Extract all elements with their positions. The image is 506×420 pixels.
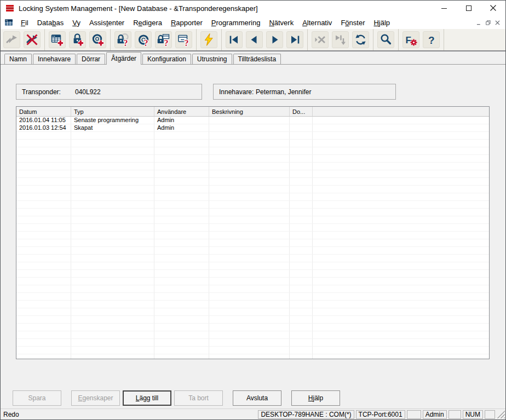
undo-step-button[interactable] [3,31,20,48]
column-header-beskrivning[interactable]: Beskrivning [209,107,290,116]
cell-typ [71,178,154,186]
cell-typ: Senaste programmering [71,117,154,124]
cell-datum: 2016.01.03 12:54 [16,124,71,132]
minimize-button[interactable] [432,1,456,16]
remove-button[interactable]: Ta bort [174,390,223,406]
window-question-icon: ? [177,33,191,47]
mnemonic-underline: L [136,394,140,402]
tab-utrustning[interactable]: Utrustning [192,54,232,64]
cell-filler [313,301,489,308]
previous-record-button[interactable] [246,31,263,48]
lock-card-question-icon: ? [157,33,170,47]
mdi-close-button[interactable] [493,18,502,27]
tab-atgarder[interactable]: Åtgärder [106,52,141,65]
menu-fil[interactable]: Fil [16,18,33,28]
mdi-restore-button[interactable] [484,18,493,27]
mnemonic-underline: H [308,394,313,402]
cell-datum [16,232,71,239]
cell-datum [16,163,71,170]
menu-programmering[interactable]: Programmering [207,18,265,28]
toolbar-separator [110,29,111,50]
minimize-icon [441,3,447,13]
status-message: Redo [3,411,19,418]
svg-text:?: ? [144,38,148,47]
menu-rapporter[interactable]: Rapporter [166,18,207,28]
cell-beskrivning [209,209,290,216]
add-button[interactable]: Lägg till [123,390,171,406]
transponder-question-icon: ? [136,33,150,47]
tab-konfiguration[interactable]: Konfiguration [142,54,191,64]
first-record-button[interactable] [226,31,243,48]
exit-button[interactable]: Avsluta [233,390,281,406]
refresh-button[interactable] [352,31,369,48]
menu-vy[interactable]: Vy [68,18,85,28]
cell-typ [71,255,154,262]
toolbar-separator [307,29,308,50]
new-locking-system-button[interactable] [49,31,66,48]
cell-typ [71,301,154,308]
title-bar: Locking System Management - [New Databas… [1,1,505,16]
next-record-button[interactable] [266,31,283,48]
column-header-typ[interactable]: Typ [71,107,154,116]
reset-step-button[interactable] [24,31,41,48]
table-row[interactable]: 2016.01.04 11:05Senaste programmeringAdm… [16,117,489,124]
program-button[interactable] [200,31,217,48]
menu-fonster[interactable]: Fönster [336,18,369,28]
tab-dorrar[interactable]: Dörrar [77,54,105,64]
column-header-filler[interactable] [313,107,489,116]
goto-result-button[interactable] [332,31,349,48]
cell-filler [313,178,489,186]
resize-grip[interactable] [497,410,505,418]
cell-filler [313,308,489,316]
close-button[interactable] [481,1,505,16]
tab-innehavare[interactable]: Innehavare [33,54,76,64]
new-transponder-button[interactable] [89,31,106,48]
save-button[interactable]: Spara [13,390,61,406]
menu-hjalp[interactable]: Hjälp [369,18,394,28]
last-record-button[interactable] [286,31,303,48]
read-transponder-button[interactable]: ? [135,31,152,48]
cell-do [290,216,313,224]
read-window-button[interactable]: ? [175,31,192,48]
cell-anvandare [154,347,209,354]
toolbar-separator [444,29,444,50]
column-header-do[interactable]: Do... [290,107,313,116]
menu-redigera[interactable]: Redigera [129,18,166,28]
search-button[interactable] [377,31,394,48]
mdi-minimize-button[interactable] [474,18,484,27]
cell-do [290,186,313,193]
cell-anvandare [154,354,209,359]
read-lock-state-button[interactable]: ? [155,31,172,48]
cell-typ [71,140,154,147]
menu-databas[interactable]: Databas [33,18,68,28]
question-icon: ? [424,33,438,47]
cell-do [290,147,313,155]
cell-typ: Skapat [71,124,154,132]
mnemonic-underline: ö [345,19,349,27]
tab-tilltradeslista[interactable]: Tillträdeslista [233,54,281,64]
cell-datum [16,155,71,163]
table-empty-row [16,247,489,255]
properties-button[interactable]: Egenskaper [71,390,120,406]
new-lock-button[interactable] [69,31,86,48]
table-row[interactable]: 2016.01.03 12:54SkapatAdmin [16,124,489,132]
menu-natverk[interactable]: Nätverk [264,18,298,28]
cell-typ [71,170,154,178]
read-lock-button[interactable]: ? [114,31,131,48]
menu-alternativ[interactable]: Alternativ [298,18,336,28]
maximize-button[interactable] [456,1,481,16]
column-header-datum[interactable]: Datum [16,107,71,116]
column-header-anvandare[interactable]: Användare [154,107,209,116]
toolbar-help-button[interactable]: ? [423,31,440,48]
innehavare-groupbox: Innehavare: Peterman, Jennifer [213,84,396,100]
tab-namn[interactable]: Namn [4,54,32,64]
filter-settings-button[interactable]: F [403,31,419,48]
cell-filler [313,232,489,239]
cell-do [290,354,313,359]
mdi-window-controls [474,18,502,27]
help-footer-button[interactable]: Hjälp [291,390,340,406]
cell-anvandare [154,155,209,163]
cancel-search-button[interactable] [312,31,329,48]
table-empty-row [16,155,489,163]
menu-assistenter[interactable]: Assistenter [85,18,129,28]
